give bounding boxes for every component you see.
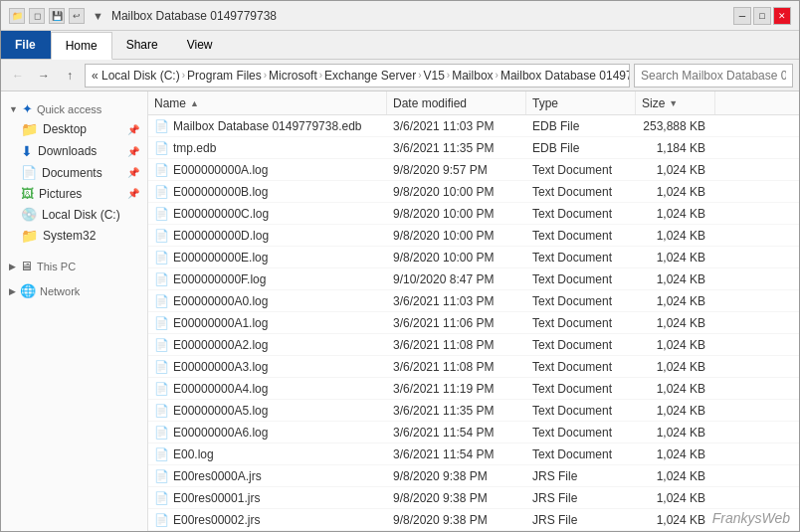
sidebar-item-localc[interactable]: 💿 Local Disk (C:)	[1, 204, 147, 225]
minimize-button[interactable]: ─	[733, 7, 751, 25]
file-date-cell: 3/6/2021 11:08 PM	[387, 360, 526, 374]
table-row[interactable]: 📄 E000000000E.log 9/8/2020 10:00 PM Text…	[148, 247, 799, 268]
table-row[interactable]: 📄 tmp.edb 3/6/2021 11:35 PM EDB File 1,1…	[148, 137, 799, 159]
breadcrumb-programfiles[interactable]: Program Files	[187, 69, 262, 83]
col-header-size[interactable]: Size ▼	[636, 91, 715, 114]
undo-icon[interactable]: ↩	[69, 8, 85, 24]
file-type-icon: 📄	[154, 360, 169, 374]
file-type-cell: Text Document	[526, 404, 636, 418]
sidebar-item-desktop[interactable]: 📁 Desktop 📌	[1, 118, 147, 140]
sidebar-item-pictures[interactable]: 🖼 Pictures 📌	[1, 183, 147, 204]
file-type-icon: 📄	[154, 404, 169, 418]
title-bar: 📁 ◻ 💾 ↩ ▼ Mailbox Database 0149779738 ─ …	[1, 1, 799, 31]
breadcrumb-exchange[interactable]: Exchange Server	[324, 69, 416, 83]
table-row[interactable]: 📄 E00000000A4.log 3/6/2021 11:19 PM Text…	[148, 378, 799, 400]
file-name-cell: 📄 E00000000A4.log	[148, 382, 387, 396]
search-input[interactable]	[634, 64, 793, 88]
table-row[interactable]: 📄 E000000000D.log 9/8/2020 10:00 PM Text…	[148, 225, 799, 247]
file-type-icon: 📄	[154, 469, 169, 483]
table-row[interactable]: 📄 E00000000A3.log 3/6/2021 11:08 PM Text…	[148, 356, 799, 378]
file-type-icon: 📄	[154, 185, 169, 199]
file-name: E00res0000A.jrs	[173, 469, 262, 483]
file-name: E00000000A6.log	[173, 426, 268, 440]
table-row[interactable]: 📄 E00res00002.jrs 9/8/2020 9:38 PM JRS F…	[148, 509, 799, 531]
watermark: FrankysWeb	[712, 510, 790, 526]
tab-home[interactable]: Home	[51, 32, 112, 60]
file-type-cell: Text Document	[526, 447, 636, 461]
table-row[interactable]: 📄 E00res0000A.jrs 9/8/2020 9:38 PM JRS F…	[148, 465, 799, 487]
tab-file[interactable]: File	[1, 31, 51, 59]
close-button[interactable]: ✕	[773, 7, 791, 25]
breadcrumb-v15[interactable]: V15	[424, 69, 445, 83]
maximize-button[interactable]: □	[753, 7, 771, 25]
breadcrumb-localc[interactable]: « Local Disk (C:)	[92, 69, 180, 83]
table-row[interactable]: 📄 E000000000F.log 9/10/2020 8:47 PM Text…	[148, 268, 799, 290]
file-list: Name ▲ Date modified Type Size ▼ 📄 Mailb…	[148, 91, 799, 531]
table-row[interactable]: 📄 E000000000B.log 9/8/2020 10:00 PM Text…	[148, 181, 799, 203]
file-type-cell: Text Document	[526, 207, 636, 221]
sort-arrow: ▲	[190, 98, 199, 108]
file-date-cell: 3/6/2021 11:03 PM	[387, 119, 526, 133]
address-box[interactable]: « Local Disk (C:) › Program Files › Micr…	[85, 64, 630, 88]
table-row[interactable]: 📄 E00000000A0.log 3/6/2021 11:03 PM Text…	[148, 290, 799, 312]
sidebar-item-system32[interactable]: 📁 System32	[1, 225, 147, 247]
sep2: ›	[264, 70, 267, 81]
table-row[interactable]: 📄 E00000000A6.log 3/6/2021 11:54 PM Text…	[148, 422, 799, 443]
table-row[interactable]: 📄 E00000000A1.log 3/6/2021 11:06 PM Text…	[148, 312, 799, 334]
file-type-cell: Text Document	[526, 316, 636, 330]
col-header-type[interactable]: Type	[526, 91, 636, 114]
search-area	[634, 64, 793, 88]
file-name: E00000000A1.log	[173, 316, 268, 330]
file-date-cell: 9/8/2020 10:00 PM	[387, 229, 526, 243]
main-content: ▼ ✦ Quick access 📁 Desktop 📌 ⬇ Downloads…	[1, 91, 799, 531]
thispc-header[interactable]: ▶ 🖥 This PC	[1, 253, 147, 275]
col-header-date[interactable]: Date modified	[387, 91, 526, 114]
table-row[interactable]: 📄 E00000000A2.log 3/6/2021 11:08 PM Text…	[148, 334, 799, 356]
tab-share[interactable]: Share	[112, 31, 173, 59]
table-row[interactable]: 📄 Mailbox Database 0149779738.edb 3/6/20…	[148, 115, 799, 137]
quick-access-icon[interactable]: ◻	[29, 8, 45, 24]
file-size-cell: 1,024 KB	[636, 513, 715, 527]
back-button[interactable]: ←	[7, 65, 29, 87]
sidebar-item-documents[interactable]: 📄 Documents 📌	[1, 162, 147, 183]
pin-icon-docs: 📌	[127, 167, 139, 178]
network-header[interactable]: ▶ 🌐 Network	[1, 277, 147, 300]
file-type-cell: Text Document	[526, 229, 636, 243]
table-row[interactable]: 📄 E00.log 3/6/2021 11:54 PM Text Documen…	[148, 443, 799, 465]
tab-view[interactable]: View	[173, 31, 228, 59]
file-name: tmp.edb	[173, 141, 216, 155]
file-rows-container: 📄 Mailbox Database 0149779738.edb 3/6/20…	[148, 115, 799, 531]
save-icon[interactable]: 💾	[49, 8, 65, 24]
table-row[interactable]: 📄 E00000000A5.log 3/6/2021 11:35 PM Text…	[148, 400, 799, 422]
file-name-cell: 📄 E00res00002.jrs	[148, 513, 387, 527]
breadcrumb-mailbox[interactable]: Mailbox	[452, 69, 493, 83]
forward-button[interactable]: →	[33, 65, 55, 87]
col-header-name[interactable]: Name ▲	[148, 91, 387, 114]
file-size-cell: 1,024 KB	[636, 163, 715, 177]
table-row[interactable]: 📄 E00res00001.jrs 9/8/2020 9:38 PM JRS F…	[148, 487, 799, 509]
file-name-cell: 📄 E00.log	[148, 447, 387, 461]
file-size-cell: 1,024 KB	[636, 316, 715, 330]
table-row[interactable]: 📄 E000000000C.log 9/8/2020 10:00 PM Text…	[148, 203, 799, 225]
breadcrumb-microsoft[interactable]: Microsoft	[269, 69, 317, 83]
file-size-cell: 1,024 KB	[636, 382, 715, 396]
table-row[interactable]: 📄 E000000000A.log 9/8/2020 9:57 PM Text …	[148, 159, 799, 181]
file-name: E00000000A3.log	[173, 360, 268, 374]
file-type-cell: Text Document	[526, 185, 636, 199]
file-date-cell: 3/6/2021 11:03 PM	[387, 294, 526, 308]
file-type-icon: 📄	[154, 447, 169, 461]
file-type-icon: 📄	[154, 251, 169, 265]
file-size-cell: 1,024 KB	[636, 404, 715, 418]
breadcrumb-db[interactable]: Mailbox Database 0149779738	[500, 69, 630, 83]
file-name: E00000000A2.log	[173, 338, 268, 352]
file-size-cell: 1,024 KB	[636, 272, 715, 286]
sidebar-item-downloads[interactable]: ⬇ Downloads 📌	[1, 140, 147, 162]
file-type-cell: JRS File	[526, 513, 636, 527]
file-name-cell: 📄 Mailbox Database 0149779738.edb	[148, 119, 387, 133]
file-name: E00000000A5.log	[173, 404, 268, 418]
file-type-cell: Text Document	[526, 382, 636, 396]
sidebar-item-label-downloads: Downloads	[38, 144, 97, 158]
quick-access-header[interactable]: ▼ ✦ Quick access	[1, 95, 147, 118]
file-name: E00000000A0.log	[173, 294, 268, 308]
up-button[interactable]: ↑	[59, 65, 81, 87]
